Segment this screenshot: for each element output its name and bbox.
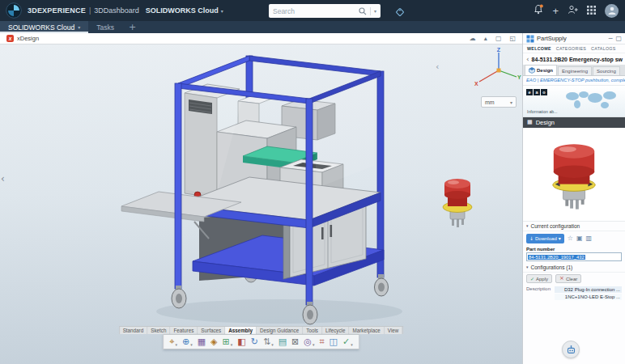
configurations-section[interactable]: ▾ Configurations (1) bbox=[523, 263, 625, 273]
ribbon-tool-icon[interactable]: ◧ ▾ bbox=[236, 336, 247, 347]
ribbon-tab[interactable]: Sketch bbox=[147, 327, 170, 334]
partsupply-logo-icon bbox=[526, 35, 534, 43]
supplier-link[interactable]: EAO | EMERGENCY-STOP pushbutton, complet… bbox=[523, 76, 625, 85]
partsupply-nav-item[interactable]: WELCOME bbox=[527, 46, 551, 51]
current-configuration-section[interactable]: ▾ Current configuration bbox=[523, 222, 625, 231]
units-dropdown[interactable]: mm ▾ bbox=[481, 96, 517, 108]
ribbon-tool-icon[interactable]: ⊞ ▾ bbox=[221, 336, 235, 347]
dashboard-tab[interactable]: SOLIDWORKS Cloud ▾ bbox=[0, 21, 88, 33]
window-icon[interactable]: ▢ bbox=[495, 36, 502, 42]
triad-collapse-icon[interactable]: ‹ bbox=[436, 62, 439, 71]
ribbon-tool-icon[interactable]: ↻ ▾ bbox=[249, 336, 260, 347]
favorite-star-icon[interactable]: ☆ bbox=[568, 235, 573, 242]
ribbon-tab[interactable]: Tools bbox=[303, 327, 322, 334]
eao-logo: eao bbox=[526, 89, 547, 95]
user-avatar[interactable] bbox=[605, 4, 619, 18]
share-icon[interactable] bbox=[568, 3, 578, 18]
expand-icon[interactable]: ▢ bbox=[615, 36, 622, 42]
export-icon[interactable]: ▥ bbox=[585, 235, 592, 242]
3d-viewport[interactable]: ‹ ‹ Z X Y mm ▾ Standard bbox=[0, 44, 522, 364]
ribbon-tool-icon[interactable]: ⊠ ▾ bbox=[290, 336, 300, 347]
check-icon: ✓ bbox=[530, 277, 534, 281]
ribbon-tool-icon[interactable]: ◫ ▾ bbox=[328, 336, 339, 347]
svg-text:X: X bbox=[474, 81, 478, 87]
ribbon-tab[interactable]: Lifecycle bbox=[322, 327, 350, 334]
brand-name: 3DEXPERIENCE bbox=[28, 6, 86, 15]
cad-cart-model bbox=[0, 44, 522, 364]
apply-button[interactable]: ✓ Apply bbox=[526, 274, 552, 283]
part-number-field[interactable]: 84-5131.2B20_19017_432 bbox=[526, 252, 622, 261]
ribbon-tool-icon[interactable]: ▤ ▾ bbox=[277, 336, 288, 347]
search-options-caret-icon[interactable]: ▾ bbox=[374, 8, 376, 14]
clear-button[interactable]: × Clear bbox=[555, 274, 581, 283]
ribbon-tab[interactable]: Surfaces bbox=[198, 327, 225, 334]
ribbon-tool-icon[interactable]: ◈ ▾ bbox=[209, 336, 219, 347]
popout-icon[interactable]: ◱ bbox=[509, 36, 516, 42]
partsupply-tab[interactable]: Design bbox=[525, 65, 557, 75]
ribbon-tool-icon[interactable]: ▦ ▾ bbox=[196, 336, 207, 347]
ribbon-tool-icon[interactable]: ⊕ ▾ bbox=[181, 336, 194, 347]
search-input[interactable] bbox=[273, 7, 359, 15]
top-bar: 3DEXPERIENCE | 3DDashboard SOLIDWORKS Cl… bbox=[0, 0, 625, 21]
grid-icon: ▦ bbox=[527, 120, 533, 125]
apply-row: ✓ Apply × Clear bbox=[523, 273, 625, 285]
apps-grid-icon[interactable] bbox=[587, 3, 596, 18]
floating-estop-part[interactable] bbox=[443, 179, 472, 227]
ribbon-tab[interactable]: Standard bbox=[120, 327, 148, 334]
cloud-status-icon[interactable]: ☁ bbox=[470, 36, 476, 42]
xdesign-logo-icon: x bbox=[6, 35, 14, 42]
design-cube-icon bbox=[529, 67, 535, 74]
ribbon-tool-icon[interactable]: ⌖ ▾ bbox=[168, 336, 179, 347]
partsupply-title: PartSupply bbox=[537, 35, 606, 42]
3ds-compass-logo[interactable] bbox=[6, 2, 22, 19]
orientation-triad[interactable]: Z X Y bbox=[470, 46, 521, 93]
description-row: 1NC+1NO-LED E-Stop ... bbox=[555, 294, 622, 300]
3dexperience-app: 3DEXPERIENCE | 3DDashboard SOLIDWORKS Cl… bbox=[0, 0, 625, 364]
part-title-row: ‹ 84-5131.2B20 Emergency-stop sw bbox=[523, 53, 625, 65]
download-button[interactable]: ↓ Download ▾ bbox=[526, 234, 564, 243]
description-label: Description bbox=[526, 286, 552, 300]
partsupply-nav-item[interactable]: CATEGORIES bbox=[556, 46, 586, 51]
ribbon-tab[interactable]: Marketplace bbox=[349, 327, 384, 334]
ribbon-tool-icon[interactable]: ⇅ ▾ bbox=[261, 336, 275, 347]
minimize-icon[interactable]: − bbox=[608, 36, 614, 42]
add-tab-button[interactable]: + bbox=[122, 21, 142, 33]
tags-icon[interactable] bbox=[395, 6, 405, 20]
partsupply-nav-item[interactable]: CATALOGS bbox=[591, 46, 615, 51]
partsupply-tab[interactable]: Sourcing bbox=[593, 66, 620, 75]
copy-icon[interactable]: ▣ bbox=[576, 235, 583, 242]
assistant-button[interactable] bbox=[562, 341, 580, 358]
ribbon-tool-icon[interactable]: ◎ ▾ bbox=[302, 336, 316, 347]
dashboard-tab[interactable]: Tasks ▾ bbox=[88, 21, 122, 33]
platform-switcher[interactable]: SOLIDWORKS Cloud ▾ bbox=[146, 6, 223, 15]
search-icon[interactable] bbox=[359, 7, 367, 15]
collapse-panel-icon[interactable]: ▴ bbox=[484, 36, 487, 42]
panel-collapse-arrow-icon[interactable]: ‹ bbox=[1, 174, 5, 184]
ribbon-tool-icon[interactable]: ⌗ ▾ bbox=[317, 336, 325, 347]
part-number-label: Part number bbox=[523, 245, 625, 252]
notifications-bell-icon[interactable] bbox=[534, 3, 543, 18]
collapse-icon: ▾ bbox=[526, 224, 529, 228]
product-image bbox=[523, 128, 625, 222]
supplier-banner[interactable]: eao Information ab... bbox=[523, 85, 625, 117]
topbar-actions: + bbox=[534, 0, 619, 21]
robot-icon bbox=[566, 345, 576, 355]
banner-caption: Information ab... bbox=[527, 109, 558, 114]
ribbon-tab[interactable]: View bbox=[385, 327, 403, 334]
xdesign-header: x xDesign ☁ ▴ ▢ ◱ bbox=[0, 33, 522, 44]
partsupply-tab[interactable]: Engineering bbox=[558, 66, 592, 75]
part-number-value: 84-5131.2B20_19017_432 bbox=[528, 255, 585, 260]
xdesign-panel: x xDesign ☁ ▴ ▢ ◱ bbox=[0, 33, 522, 364]
svg-text:Z: Z bbox=[497, 47, 501, 53]
description-section: Description D32 Plug-In connection ...1N… bbox=[523, 285, 625, 302]
ribbon-tab[interactable]: Features bbox=[170, 327, 198, 334]
ribbon-tool-icon[interactable]: ✓ ▾ bbox=[341, 336, 355, 347]
back-icon[interactable]: ‹ bbox=[526, 56, 529, 63]
ribbon-tab[interactable]: Assembly bbox=[225, 327, 257, 334]
add-content-icon[interactable]: + bbox=[552, 6, 559, 16]
caret-down-icon: ▾ bbox=[221, 8, 223, 14]
caret-down-icon: ▾ bbox=[78, 24, 80, 30]
estop-product-image bbox=[549, 138, 599, 211]
design-section-header: ▦ Design bbox=[523, 117, 625, 128]
ribbon-tab[interactable]: Design Guidance bbox=[257, 327, 303, 334]
